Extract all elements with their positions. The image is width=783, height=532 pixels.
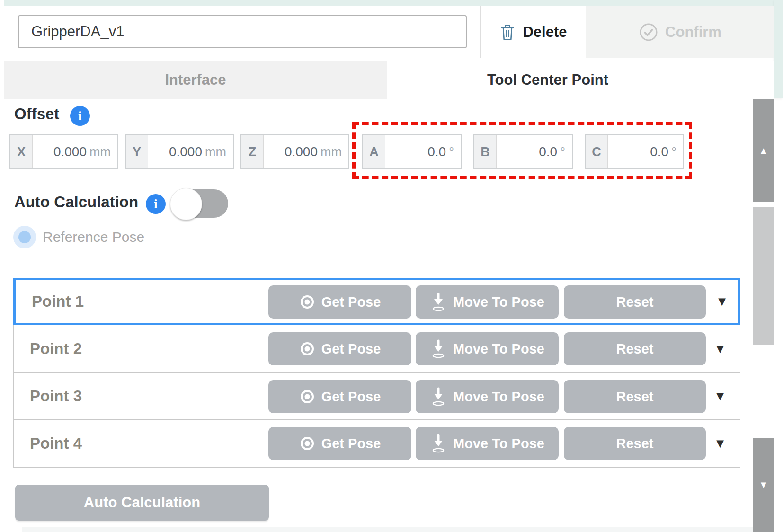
bottom-strip: [22, 527, 753, 532]
get-pose-icon: [299, 294, 315, 310]
get-pose-label: Get Pose: [321, 389, 381, 405]
move-to-pose-label: Move To Pose: [453, 436, 544, 452]
confirm-label: Confirm: [665, 24, 721, 41]
field-unit: °: [449, 145, 454, 160]
move-to-pose-button[interactable]: Move To Pose: [416, 427, 559, 460]
toggle-knob: [170, 188, 202, 220]
tool-name-input[interactable]: [18, 15, 467, 48]
scroll-up-icon: ▲: [759, 145, 768, 156]
move-to-pose-icon: [430, 434, 447, 453]
field-label: C: [586, 135, 608, 168]
right-accent-bar: [774, 0, 783, 98]
field-unit: mm: [89, 145, 111, 160]
field-unit: mm: [320, 145, 342, 160]
move-to-pose-label: Move To Pose: [453, 341, 544, 357]
field-unit: mm: [205, 145, 226, 160]
get-pose-button[interactable]: Get Pose: [268, 332, 411, 365]
field-label: B: [474, 135, 497, 168]
get-pose-icon: [299, 389, 315, 405]
scroll-up-button[interactable]: ▲: [753, 99, 774, 202]
field-value: 0.0: [539, 144, 557, 160]
expand-arrow-icon[interactable]: ▼: [710, 389, 730, 404]
move-to-pose-button[interactable]: Move To Pose: [416, 285, 559, 319]
reset-label: Reset: [616, 294, 654, 310]
auto-calculation-info-icon[interactable]: i: [146, 194, 166, 214]
offset-field-z[interactable]: Z 0.000mm: [240, 134, 349, 169]
point-label: Point 3: [30, 387, 82, 405]
move-to-pose-icon: [430, 293, 447, 311]
offset-title: Offset: [14, 105, 59, 123]
point-label: Point 1: [32, 293, 84, 310]
move-to-pose-button[interactable]: Move To Pose: [416, 380, 559, 413]
offset-field-c[interactable]: C 0.0°: [585, 134, 684, 169]
get-pose-label: Get Pose: [321, 436, 381, 452]
top-accent-bar: [4, 0, 783, 6]
offset-field-x[interactable]: X 0.000mm: [9, 134, 118, 169]
expand-arrow-icon[interactable]: ▼: [710, 341, 730, 356]
point-row-1[interactable]: Point 1 Get Pose Move To Pose Reset ▼: [13, 278, 740, 325]
reset-button[interactable]: Reset: [564, 285, 706, 319]
get-pose-button[interactable]: Get Pose: [268, 380, 411, 413]
get-pose-icon: [299, 435, 315, 452]
move-to-pose-icon: [430, 387, 447, 406]
field-value: 0.0: [650, 144, 668, 160]
field-label: A: [363, 135, 385, 168]
field-label: Z: [241, 135, 264, 168]
field-label: X: [10, 135, 33, 168]
reference-pose-radio[interactable]: [13, 226, 36, 248]
offset-field-y[interactable]: Y 0.000mm: [125, 134, 234, 169]
point-row-3[interactable]: Point 3 Get Pose Move To Pose Reset ▼: [13, 372, 740, 420]
point-row-2[interactable]: Point 2 Get Pose Move To Pose Reset ▼: [13, 325, 740, 372]
point-row-4[interactable]: Point 4 Get Pose Move To Pose Reset ▼: [13, 420, 740, 468]
tab-interface-label: Interface: [165, 71, 226, 89]
auto-calculation-toggle[interactable]: [171, 189, 228, 218]
move-to-pose-button[interactable]: Move To Pose: [416, 332, 559, 365]
field-value: 0.000: [53, 144, 87, 160]
tab-tool-center-point-label: Tool Center Point: [487, 71, 608, 89]
field-value: 0.000: [169, 144, 202, 160]
scroll-down-icon: ▼: [759, 479, 768, 490]
reset-button[interactable]: Reset: [564, 427, 706, 460]
offset-info-icon[interactable]: i: [70, 106, 90, 126]
reset-label: Reset: [616, 436, 654, 452]
tab-interface[interactable]: Interface: [4, 61, 387, 99]
radio-dot: [18, 231, 31, 243]
delete-button[interactable]: Delete: [481, 6, 586, 58]
point-label: Point 4: [30, 434, 82, 452]
field-unit: °: [671, 145, 676, 160]
get-pose-label: Get Pose: [321, 294, 381, 310]
get-pose-label: Get Pose: [321, 341, 381, 357]
offset-field-b[interactable]: B 0.0°: [473, 134, 573, 169]
move-to-pose-label: Move To Pose: [453, 294, 544, 310]
scroll-down-button[interactable]: ▼: [753, 438, 774, 532]
confirm-button[interactable]: Confirm: [586, 6, 774, 58]
confirm-check-icon: [639, 22, 658, 42]
move-to-pose-label: Move To Pose: [453, 389, 544, 405]
auto-calculation-button[interactable]: Auto Calculation: [15, 485, 269, 521]
get-pose-button[interactable]: Get Pose: [268, 285, 411, 319]
reset-button[interactable]: Reset: [564, 380, 706, 413]
expand-arrow-icon[interactable]: ▼: [712, 294, 732, 309]
delete-label: Delete: [523, 24, 567, 41]
move-to-pose-icon: [430, 339, 447, 358]
trash-icon: [499, 23, 516, 42]
offset-field-a[interactable]: A 0.0°: [362, 134, 462, 169]
reset-label: Reset: [616, 389, 654, 405]
field-value: 0.000: [285, 144, 318, 160]
point-label: Point 2: [30, 340, 82, 358]
get-pose-button[interactable]: Get Pose: [268, 427, 411, 460]
field-label: Y: [126, 135, 148, 168]
scrollbar-track[interactable]: [753, 207, 774, 345]
reference-pose-label: Reference Pose: [43, 226, 144, 248]
auto-calculation-title: Auto Calculation: [14, 193, 138, 211]
reset-label: Reset: [616, 341, 654, 357]
field-value: 0.0: [427, 144, 446, 160]
reset-button[interactable]: Reset: [564, 332, 706, 365]
tab-tool-center-point[interactable]: Tool Center Point: [387, 61, 774, 99]
get-pose-icon: [299, 341, 315, 357]
expand-arrow-icon[interactable]: ▼: [710, 436, 730, 451]
field-unit: °: [560, 145, 565, 160]
tool-settings-panel: Delete Confirm Interface Tool Center Poi…: [0, 0, 783, 532]
